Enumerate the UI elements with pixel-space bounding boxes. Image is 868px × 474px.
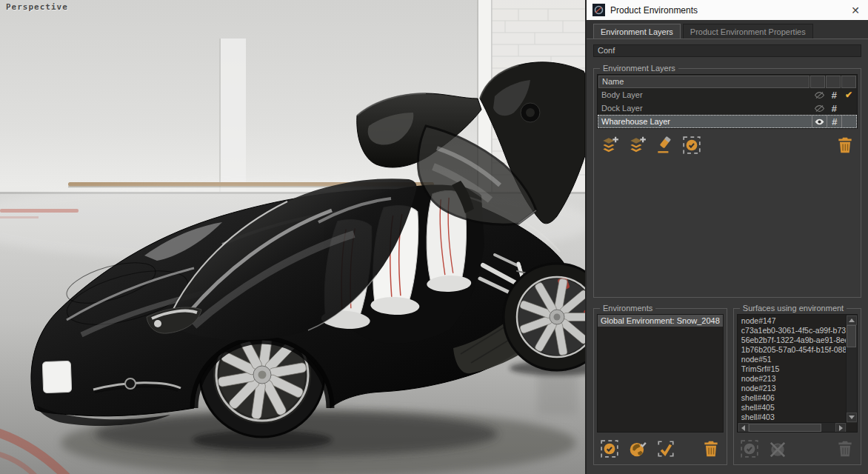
environment-layers-group: Environment Layers Name Body Layer # ✔ xyxy=(593,64,861,298)
panel-titlebar[interactable]: Product Environments ✕ xyxy=(587,0,868,20)
filter-input[interactable] xyxy=(593,44,861,57)
panel-footer xyxy=(587,465,868,474)
license-plate xyxy=(42,361,71,393)
layer-number-icon[interactable]: # xyxy=(827,103,841,114)
product-environments-panel: Product Environments ✕ Environment Layer… xyxy=(585,0,868,474)
surface-item[interactable]: shell#405 xyxy=(741,403,847,413)
surfaces-list[interactable]: node#147 c73a1eb0-3061-4f5c-a99f-b733c92… xyxy=(737,314,858,433)
bottom-sections: Environments Global Environment: Snow_20… xyxy=(593,304,861,465)
name-column-header[interactable]: Name xyxy=(598,76,809,88)
layer-row-dock[interactable]: Dock Layer # xyxy=(598,101,857,115)
layer-number-icon[interactable]: # xyxy=(827,90,841,101)
panel-tabbar: Environment Layers Product Environment P… xyxy=(587,20,868,39)
layers-toolbar xyxy=(597,129,858,158)
active-column-header[interactable] xyxy=(841,76,856,88)
eye-visible-icon[interactable] xyxy=(812,116,827,127)
product-environments-icon xyxy=(592,4,605,16)
global-environment-check-icon[interactable] xyxy=(628,439,647,458)
viewport-3d[interactable]: Perspective xyxy=(0,0,585,474)
surfaces-items: node#147 c73a1eb0-3061-4f5c-a99f-b733c92… xyxy=(738,315,847,423)
vertical-scroll-thumb[interactable] xyxy=(847,325,856,347)
surface-item[interactable]: shell#406 xyxy=(741,393,847,403)
layer-number-icon[interactable]: # xyxy=(827,116,841,127)
layers-table-header: Name xyxy=(598,75,857,88)
surface-item[interactable]: node#213 xyxy=(741,374,847,384)
scroll-left-icon[interactable] xyxy=(738,423,749,433)
environment-item-selected[interactable]: Global Environment: Snow_2048 xyxy=(598,315,723,327)
surfaces-group-title: Surfaces using environment xyxy=(740,304,847,313)
environment-layers-group-title: Environment Layers xyxy=(600,64,678,73)
delete-surface-icon-disabled[interactable] xyxy=(835,439,855,458)
select-surfaces-icon-disabled[interactable] xyxy=(740,439,759,458)
add-child-environment-layer-icon[interactable] xyxy=(627,136,647,155)
layers-table: Name Body Layer # ✔ Dock Layer xyxy=(597,74,858,129)
tab-product-environment-properties[interactable]: Product Environment Properties xyxy=(683,24,813,39)
tow-hook xyxy=(125,378,136,389)
surface-item[interactable]: node#51 xyxy=(741,355,847,364)
close-icon[interactable]: ✕ xyxy=(849,5,862,16)
scroll-up-icon[interactable] xyxy=(847,316,857,325)
apply-environment-icon[interactable] xyxy=(656,439,675,458)
active-check-icon[interactable]: ✔ xyxy=(841,90,856,100)
tab-environment-layers[interactable]: Environment Layers xyxy=(593,24,681,39)
eye-hidden-icon[interactable] xyxy=(812,104,827,113)
select-environment-objects-icon[interactable] xyxy=(600,439,619,458)
add-environment-layer-icon[interactable] xyxy=(600,136,619,155)
environments-group-title: Environments xyxy=(600,304,655,313)
filter-row xyxy=(587,39,868,62)
eye-hidden-icon[interactable] xyxy=(812,91,827,99)
active-check-icon[interactable] xyxy=(841,116,856,127)
surface-item[interactable]: TrimSrf#15 xyxy=(741,364,847,374)
surface-item[interactable]: node#213 xyxy=(741,384,847,393)
surfaces-group: Surfaces using environment node#147 c73a… xyxy=(733,304,861,465)
scroll-right-icon[interactable] xyxy=(835,423,846,433)
visibility-column-header[interactable] xyxy=(810,76,825,88)
remove-surface-environment-icon-disabled[interactable] xyxy=(768,439,787,458)
red-floor-line xyxy=(0,209,79,213)
surface-item[interactable]: shell#403 xyxy=(741,413,847,422)
select-marked-objects-icon[interactable] xyxy=(682,136,701,155)
surface-item[interactable]: 56eb2b7f-1322-4a9b-ae91-8eeda49 xyxy=(741,336,847,345)
application-window: Perspective Product Environments ✕ Envir… xyxy=(0,0,868,474)
delete-environment-icon[interactable] xyxy=(701,439,721,458)
viewport-label[interactable]: Perspective xyxy=(6,2,68,12)
layer-row-body[interactable]: Body Layer # ✔ xyxy=(598,88,857,101)
number-column-header[interactable] xyxy=(826,76,841,88)
surface-item[interactable]: c73a1eb0-3061-4f5c-a99f-b733c92 xyxy=(741,326,847,336)
surfaces-toolbar xyxy=(737,433,858,461)
surface-item[interactable]: 1b76b205-57a0-454f-b15f-088169e xyxy=(741,345,847,355)
scroll-down-icon[interactable] xyxy=(847,413,857,422)
assign-environment-icon[interactable] xyxy=(655,136,674,155)
delete-layer-icon[interactable] xyxy=(835,136,855,155)
horizontal-scroll-thumb[interactable] xyxy=(749,424,821,432)
surface-item[interactable]: node#147 xyxy=(741,316,847,326)
panel-title: Product Environments xyxy=(610,5,698,16)
rendered-scene xyxy=(0,0,585,474)
horizontal-scrollbar[interactable] xyxy=(738,422,847,432)
environments-list[interactable]: Global Environment: Snow_2048 xyxy=(597,314,724,433)
environments-group: Environments Global Environment: Snow_20… xyxy=(593,304,727,465)
vertical-scrollbar[interactable] xyxy=(846,315,857,423)
layer-row-wharehouse[interactable]: Wharehouse Layer # xyxy=(598,115,857,128)
environments-toolbar xyxy=(597,433,724,461)
